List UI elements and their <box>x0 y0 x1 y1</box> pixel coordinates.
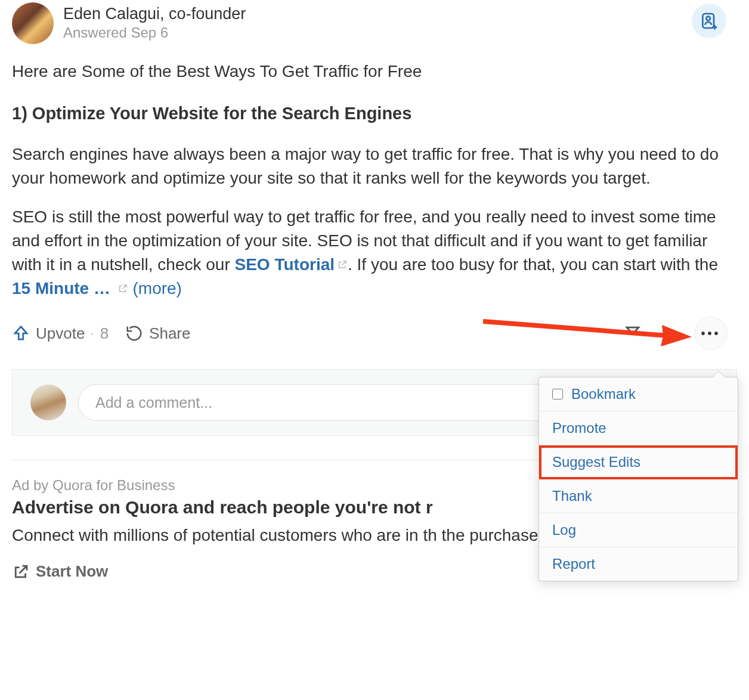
follow-author-button[interactable] <box>692 4 726 38</box>
upvote-count: 8 <box>100 324 109 343</box>
section-heading: 1) Optimize Your Website for the Search … <box>12 101 737 126</box>
dots-icon: ••• <box>701 327 720 340</box>
downvote-icon <box>624 321 642 339</box>
answer-body: Here are Some of the Best Ways To Get Tr… <box>12 60 737 300</box>
comment-placeholder: Add a comment... <box>95 394 212 411</box>
svg-point-1 <box>706 17 710 21</box>
answer-header: Eden Calagui, co-founder Answered Sep 6 <box>12 0 737 44</box>
menu-item-report[interactable]: Report <box>539 547 738 581</box>
menu-item-log[interactable]: Log <box>539 513 738 547</box>
external-link-icon <box>117 277 128 301</box>
more-options-menu: Bookmark Promote Suggest Edits Thank Log… <box>538 377 738 581</box>
author-name[interactable]: Eden Calagui, co-founder <box>63 5 246 23</box>
share-label: Share <box>149 324 190 343</box>
action-bar: Upvote · 8 Share ••• <box>12 315 737 351</box>
external-link-icon <box>12 563 30 581</box>
link-15-minute[interactable]: 15 Minute … <box>12 279 110 298</box>
menu-item-suggest-edits[interactable]: Suggest Edits <box>539 445 738 479</box>
upvote-label: Upvote <box>36 324 85 343</box>
svg-marker-5 <box>661 325 692 346</box>
link-seo-tutorial[interactable]: SEO Tutorial <box>235 255 335 274</box>
menu-item-promote[interactable]: Promote <box>539 411 738 445</box>
author-avatar[interactable] <box>12 2 54 44</box>
bookmark-checkbox[interactable] <box>552 389 563 399</box>
downvote-button[interactable] <box>624 321 642 343</box>
author-block: Eden Calagui, co-founder Answered Sep 6 <box>63 2 246 41</box>
share-icon <box>125 324 143 342</box>
paragraph-2: SEO is still the most powerful way to ge… <box>12 205 737 300</box>
more-options-button[interactable]: ••• <box>694 317 728 350</box>
external-link-icon <box>337 253 348 277</box>
more-link[interactable]: (more) <box>132 279 181 298</box>
share-button[interactable]: Share <box>125 324 190 343</box>
menu-item-bookmark[interactable]: Bookmark <box>539 377 738 411</box>
menu-item-thank[interactable]: Thank <box>539 479 738 513</box>
add-person-icon <box>700 11 719 30</box>
answered-date[interactable]: Answered Sep 6 <box>63 24 246 41</box>
upvote-icon <box>12 324 30 342</box>
paragraph-1: Search engines have always been a major … <box>12 143 737 190</box>
upvote-button[interactable]: Upvote · 8 <box>12 324 109 343</box>
annotation-arrow <box>483 318 692 351</box>
current-user-avatar[interactable] <box>30 385 66 420</box>
intro-text: Here are Some of the Best Ways To Get Tr… <box>12 60 737 83</box>
